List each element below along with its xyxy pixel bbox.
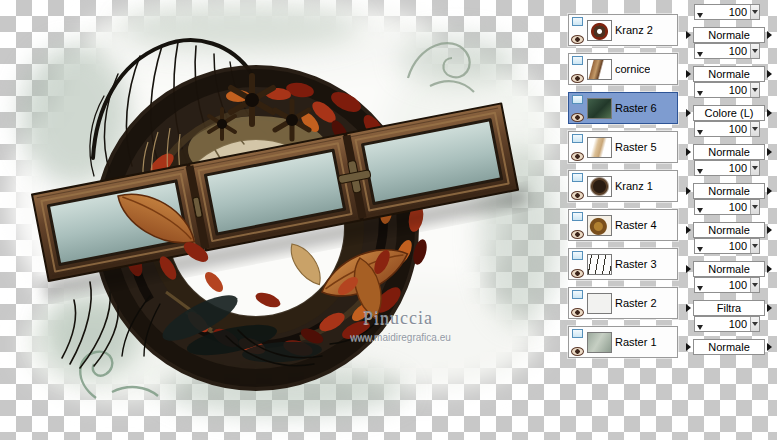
opacity-slider-thumb-icon[interactable] <box>697 91 703 96</box>
blend-left-arrow-icon[interactable] <box>686 226 691 234</box>
visibility-eye-icon[interactable] <box>571 308 584 317</box>
blend-mode-dropdown[interactable]: Normale <box>693 183 765 199</box>
blend-left-arrow-icon[interactable] <box>686 343 691 351</box>
opacity-spinner-icon[interactable] <box>750 5 759 19</box>
opacity-spinner-icon[interactable] <box>750 278 759 292</box>
layer-opacity-field[interactable]: 100 <box>694 199 760 215</box>
blend-left-arrow-icon[interactable] <box>686 109 691 117</box>
layer-row[interactable]: Raster 5 <box>568 131 678 163</box>
opacity-slider-thumb-icon[interactable] <box>697 325 703 330</box>
opacity-spinner-icon[interactable] <box>750 83 759 97</box>
layer-opacity-field[interactable]: 100 <box>694 82 760 98</box>
layer-type-icon <box>572 329 583 338</box>
watermark-name: Pinuccia <box>338 308 458 329</box>
blend-mode-row: Normale <box>686 66 772 82</box>
opacity-slider-thumb-icon[interactable] <box>697 52 703 57</box>
layer-row-selected[interactable]: Raster 6 <box>568 92 678 124</box>
layer-type-icon <box>572 56 583 65</box>
blend-left-arrow-icon[interactable] <box>686 304 691 312</box>
layer-row[interactable]: cornice <box>568 53 678 85</box>
layer-thumbnail <box>587 137 612 158</box>
opacity-slider-thumb-icon[interactable] <box>697 208 703 213</box>
opacity-slider-thumb-icon[interactable] <box>697 130 703 135</box>
watermark-url: www.maidiregrafica.eu <box>328 332 473 343</box>
layer-icons <box>571 173 584 200</box>
visibility-eye-icon[interactable] <box>571 113 584 122</box>
blend-mode-dropdown[interactable]: Colore (L) <box>693 105 765 121</box>
layer-icons <box>571 134 584 161</box>
layer-row[interactable]: Kranz 2 <box>568 14 678 46</box>
layer-thumbnail <box>587 176 612 197</box>
layer-controls: 100 Colore (L) <box>686 81 777 120</box>
blend-left-arrow-icon[interactable] <box>686 265 691 273</box>
visibility-eye-icon[interactable] <box>571 152 584 161</box>
layer-thumbnail <box>587 254 612 275</box>
blend-left-arrow-icon[interactable] <box>686 31 691 39</box>
blend-right-arrow-icon[interactable] <box>767 70 772 78</box>
opacity-spinner-icon[interactable] <box>750 161 759 175</box>
blend-right-arrow-icon[interactable] <box>767 187 772 195</box>
opacity-spinner-icon[interactable] <box>750 44 759 58</box>
blend-mode-dropdown[interactable]: Normale <box>693 144 765 160</box>
blend-left-arrow-icon[interactable] <box>686 70 691 78</box>
blend-mode-row: Normale <box>686 27 772 43</box>
artwork-image <box>0 0 568 440</box>
blend-mode-dropdown[interactable]: Filtra <box>693 300 765 316</box>
blend-left-arrow-icon[interactable] <box>686 187 691 195</box>
blend-right-arrow-icon[interactable] <box>767 343 772 351</box>
visibility-eye-icon[interactable] <box>571 74 584 83</box>
layer-thumbnail <box>587 293 612 314</box>
layer-controls-column: 100 Normale 100 Normale <box>686 3 777 354</box>
visibility-eye-icon[interactable] <box>571 269 584 278</box>
layer-controls: 100 Normale <box>686 3 777 42</box>
opacity-slider-thumb-icon[interactable] <box>697 13 703 18</box>
blend-right-arrow-icon[interactable] <box>767 109 772 117</box>
layer-row[interactable]: Kranz 1 <box>568 170 678 202</box>
opacity-value: 100 <box>695 83 750 97</box>
blend-mode-dropdown[interactable]: Normale <box>693 27 765 43</box>
layer-opacity-field[interactable]: 100 <box>694 316 760 332</box>
layer-icons <box>571 251 584 278</box>
layer-row[interactable]: Raster 3 <box>568 248 678 280</box>
screenshot-root: Pinuccia www.maidiregrafica.eu Kranz 2 c… <box>0 0 777 440</box>
opacity-spinner-icon[interactable] <box>750 317 759 331</box>
visibility-eye-icon[interactable] <box>571 35 584 44</box>
blend-mode-dropdown[interactable]: Normale <box>693 339 765 355</box>
layer-row[interactable]: Raster 4 <box>568 209 678 241</box>
blend-mode-row: Colore (L) <box>686 105 772 121</box>
layer-opacity-field[interactable]: 100 <box>694 4 760 20</box>
layer-row[interactable]: Raster 2 <box>568 287 678 319</box>
blend-mode-dropdown[interactable]: Normale <box>693 66 765 82</box>
blend-right-arrow-icon[interactable] <box>767 148 772 156</box>
opacity-spinner-icon[interactable] <box>750 122 759 136</box>
blend-right-arrow-icon[interactable] <box>767 304 772 312</box>
blend-right-arrow-icon[interactable] <box>767 31 772 39</box>
blend-right-arrow-icon[interactable] <box>767 265 772 273</box>
layer-type-icon <box>572 173 583 182</box>
layer-opacity-field[interactable]: 100 <box>694 43 760 59</box>
layer-thumbnail <box>587 20 612 41</box>
layer-controls: 100 Normale <box>686 237 777 276</box>
visibility-eye-icon[interactable] <box>571 191 584 200</box>
blend-left-arrow-icon[interactable] <box>686 148 691 156</box>
layer-icons <box>571 17 584 44</box>
visibility-eye-icon[interactable] <box>571 230 584 239</box>
blend-right-arrow-icon[interactable] <box>767 226 772 234</box>
layer-row[interactable]: Raster 1 <box>568 326 678 358</box>
layer-opacity-field[interactable]: 100 <box>694 277 760 293</box>
opacity-spinner-icon[interactable] <box>750 239 759 253</box>
opacity-spinner-icon[interactable] <box>750 200 759 214</box>
layer-controls: 100 Normale <box>686 42 777 81</box>
layer-opacity-field[interactable]: 100 <box>694 160 760 176</box>
visibility-eye-icon[interactable] <box>571 347 584 356</box>
opacity-slider-thumb-icon[interactable] <box>697 169 703 174</box>
opacity-slider-thumb-icon[interactable] <box>697 247 703 252</box>
layer-opacity-field[interactable]: 100 <box>694 238 760 254</box>
opacity-value: 100 <box>695 122 750 136</box>
layer-icons <box>571 56 584 83</box>
blend-mode-dropdown[interactable]: Normale <box>693 261 765 277</box>
opacity-slider-thumb-icon[interactable] <box>697 286 703 291</box>
opacity-value: 100 <box>695 5 750 19</box>
blend-mode-dropdown[interactable]: Normale <box>693 222 765 238</box>
layer-opacity-field[interactable]: 100 <box>694 121 760 137</box>
